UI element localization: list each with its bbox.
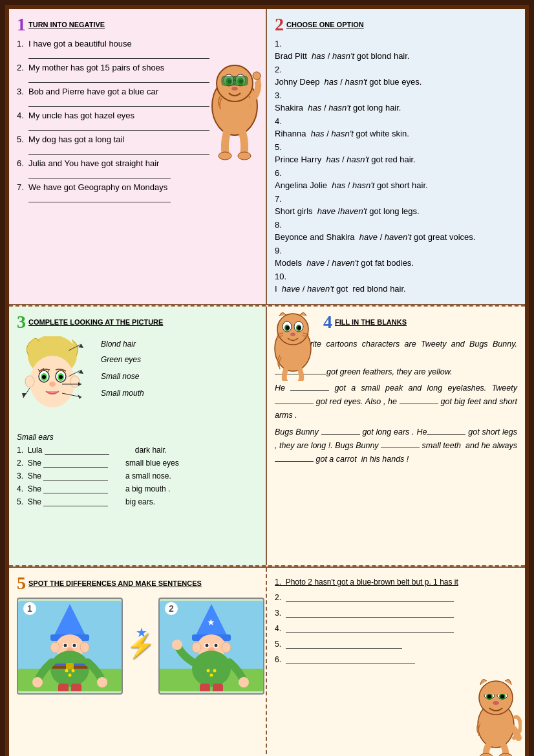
svg-point-75 [69, 674, 72, 677]
list-item: 6. [275, 655, 517, 664]
blank [275, 461, 314, 462]
blank [400, 404, 438, 404]
answer-line [28, 146, 209, 155]
svg-point-91 [172, 640, 182, 650]
list-item: 1. Brad Pitt has / hasn't got blond hair… [275, 39, 517, 61]
section-5-answers: 1. Photo 2 hasn't got a blue-brown belt … [275, 578, 517, 664]
item-text: 7. We have got Geography on Mondays [17, 182, 167, 192]
label-small-nose: Small nose [101, 372, 139, 381]
answer-line [28, 193, 171, 202]
item-text: 4. My uncle has got hazel eyes [17, 111, 134, 120]
section-1: 1 TURN INTO NEGATIVE 1. I have got a bea… [9, 9, 267, 304]
svg-rect-71 [71, 684, 81, 691]
answer-1-text: 1. Photo 2 hasn't got a blue-brown belt … [275, 578, 458, 587]
star-icon: ★ [136, 625, 147, 640]
section-2-title: CHOOSE ONE OPTION [286, 21, 364, 28]
svg-marker-34 [78, 382, 81, 386]
gnome-images: 1 [17, 598, 258, 695]
list-item: 5. Prince Harry has / hasn't got red hai… [275, 142, 517, 164]
section-5-title: SPOT THE DIFFERENCES AND MAKE SENTENCES [28, 579, 202, 587]
svg-point-68 [32, 677, 43, 687]
answer-line [28, 169, 171, 178]
face-diagram [17, 336, 94, 429]
list-item: 9. Models have / haven't got fat bodies. [275, 246, 517, 268]
svg-rect-70 [58, 684, 69, 691]
section-1-number: 1 [17, 16, 26, 34]
section-2-list: 1. Brad Pitt has / hasn't got blond hair… [275, 39, 517, 294]
answer-line [286, 609, 454, 618]
section-3: 3 COMPLETE LOOKING AT THE PICTURE [9, 307, 267, 565]
list-item: 4. She a big mouth . [17, 484, 258, 493]
blank [381, 448, 420, 448]
svg-point-106 [487, 695, 491, 698]
list-item: 7. We have got Geography on Mondays [17, 182, 258, 202]
blank [43, 459, 108, 468]
svg-point-108 [493, 701, 499, 705]
blank [43, 497, 108, 506]
svg-point-86 [215, 644, 218, 647]
svg-point-46 [297, 326, 301, 330]
blank [43, 471, 108, 481]
svg-point-97 [207, 669, 210, 673]
answer-line [28, 122, 209, 131]
list-item: 10. I have / haven't got red blond hair. [275, 272, 517, 294]
svg-point-84 [206, 644, 209, 647]
list-item: 6. Angelina Jolie has / hasn't got short… [275, 168, 517, 190]
answer-line [286, 593, 454, 602]
list-item: 7. Short girls have /haven't got long le… [275, 194, 517, 216]
garfield-cartoon-2 [270, 310, 315, 381]
label-green-eyes: Green eyes [101, 355, 141, 364]
section-4: 4 FILL IN THE BLANKS My favourite cartoo… [267, 307, 525, 565]
svg-point-22 [59, 375, 63, 379]
small-ears-label: Small ears [17, 433, 258, 442]
answer-line [28, 74, 209, 83]
item-text: 1. I have got a beautiful house [17, 39, 132, 49]
list-item: 4. Rihanna has / hasn't got white skin. [275, 116, 517, 138]
svg-point-26 [49, 382, 56, 387]
svg-point-69 [97, 677, 107, 687]
svg-point-27 [25, 376, 34, 387]
svg-point-110 [499, 753, 512, 756]
svg-rect-9 [233, 76, 248, 85]
answer-line [286, 640, 402, 649]
list-item: 2. [275, 593, 517, 602]
list-item: 2. She small blue eyes [17, 459, 258, 468]
blank [290, 390, 329, 391]
svg-point-99 [213, 669, 217, 673]
item-text: 2. My mother has got 15 pairs of shoes [17, 63, 164, 72]
gnome-image-2: 2 ★ [158, 598, 264, 695]
section-3-title: COMPLETE LOOKING AT THE PICTURE [28, 318, 163, 326]
face-labels: Blond hair Green eyes Small nose Small m… [101, 336, 258, 429]
blank [321, 434, 360, 435]
svg-point-14 [238, 152, 251, 160]
svg-point-98 [210, 674, 213, 677]
svg-point-109 [480, 753, 493, 756]
list-item: 4. [275, 624, 517, 633]
section-2: 2 CHOOSE ONE OPTION 1. Brad Pitt has / h… [267, 9, 525, 304]
svg-point-12 [253, 72, 261, 80]
label-blond-hair: Blond hair [101, 340, 136, 349]
svg-point-47 [290, 333, 295, 336]
section-3-fill-list: 1. Lula dark hair. 2. She small blue eye… [17, 446, 258, 506]
picture-area: Blond hair Green eyes Small nose Small m… [17, 336, 258, 429]
svg-point-88 [192, 642, 201, 653]
answer-line [286, 655, 415, 664]
svg-rect-94 [213, 684, 223, 691]
svg-point-76 [72, 669, 75, 673]
svg-point-28 [70, 376, 80, 387]
blank [275, 404, 314, 404]
list-item: 3. Shakira has / hasn't got long hair. [275, 91, 517, 113]
blank [43, 484, 108, 493]
svg-text:★: ★ [207, 617, 215, 627]
section-4-number: 4 [323, 313, 332, 331]
section-5-left: 5 SPOT THE DIFFERENCES AND MAKE SENTENCE… [9, 568, 267, 756]
item-text: 5. My dog has got a long tail [17, 135, 124, 144]
svg-point-92 [239, 677, 249, 687]
section-1-title: TURN INTO NEGATIVE [28, 21, 105, 28]
item-text: 3. Bob and Pierre have got a blue car [17, 87, 158, 96]
list-item: 1. Photo 2 hasn't got a blue-brown belt … [275, 578, 517, 587]
label-small-mouth: Small mouth [101, 389, 144, 398]
svg-point-58 [64, 644, 67, 647]
svg-point-62 [50, 642, 59, 653]
list-item: 3. [275, 609, 517, 618]
